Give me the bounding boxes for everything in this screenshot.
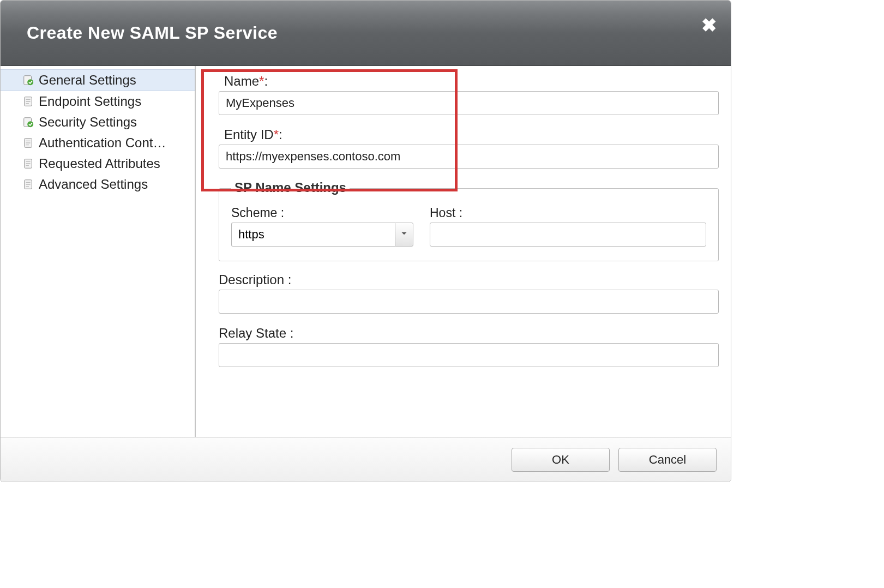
scroll-icon xyxy=(22,178,34,190)
host-input[interactable] xyxy=(430,223,706,247)
description-input[interactable] xyxy=(219,290,719,314)
scroll-icon xyxy=(22,137,34,149)
sidebar-item-0[interactable]: General Settings xyxy=(1,69,195,91)
scroll-icon xyxy=(22,95,34,107)
sidebar-item-2[interactable]: Security Settings xyxy=(1,112,195,133)
scheme-select[interactable] xyxy=(231,223,413,247)
description-label: Description : xyxy=(208,272,719,287)
dialog-title: Create New SAML SP Service xyxy=(27,23,278,43)
sidebar-item-3[interactable]: Authentication Cont… xyxy=(1,133,195,153)
sidebar-item-4[interactable]: Requested Attributes xyxy=(1,153,195,174)
sp-row: Scheme : Host : xyxy=(231,206,706,247)
sidebar-item-label: Requested Attributes xyxy=(39,156,160,171)
sidebar: General SettingsEndpoint SettingsSecurit… xyxy=(1,66,196,437)
required-asterisk: * xyxy=(274,127,279,142)
description-field-group: Description : xyxy=(208,272,719,314)
sidebar-item-label: Security Settings xyxy=(39,115,137,130)
sidebar-item-5[interactable]: Advanced Settings xyxy=(1,174,195,195)
dialog-footer: OK Cancel xyxy=(1,437,731,482)
chevron-down-icon xyxy=(400,230,408,239)
name-label-text: Name xyxy=(224,74,259,88)
cancel-button[interactable]: Cancel xyxy=(618,448,717,472)
entity-id-field-group: Entity ID*: xyxy=(208,127,719,169)
close-icon: ✖ xyxy=(701,15,717,35)
entity-id-label: Entity ID*: xyxy=(208,127,719,142)
scheme-label: Scheme : xyxy=(231,206,413,220)
entity-id-input[interactable] xyxy=(219,145,719,169)
dialog: Create New SAML SP Service ✖ General Set… xyxy=(0,0,731,482)
name-field-group: Name*: xyxy=(208,74,719,115)
name-input[interactable] xyxy=(219,91,719,115)
scheme-col: Scheme : xyxy=(231,206,413,247)
scheme-dropdown-button[interactable] xyxy=(395,223,413,247)
svg-point-1 xyxy=(27,79,33,85)
sidebar-item-label: General Settings xyxy=(39,73,136,88)
scroll-check-icon xyxy=(22,74,34,86)
relay-state-input[interactable] xyxy=(219,343,719,367)
sidebar-item-label: Authentication Cont… xyxy=(39,135,166,151)
scroll-check-icon xyxy=(22,116,34,128)
svg-point-4 xyxy=(27,121,33,127)
sidebar-item-label: Endpoint Settings xyxy=(39,94,141,109)
dialog-body: General SettingsEndpoint SettingsSecurit… xyxy=(1,66,731,437)
ok-button[interactable]: OK xyxy=(512,448,610,472)
sp-name-settings-legend: SP Name Settings xyxy=(231,180,350,195)
close-button[interactable]: ✖ xyxy=(701,16,717,34)
relay-state-field-group: Relay State : xyxy=(208,326,719,367)
dialog-header: Create New SAML SP Service ✖ xyxy=(1,1,731,66)
name-label: Name*: xyxy=(208,74,719,89)
required-asterisk: * xyxy=(259,74,264,88)
sidebar-item-1[interactable]: Endpoint Settings xyxy=(1,91,195,112)
host-label: Host : xyxy=(430,206,706,220)
host-col: Host : xyxy=(430,206,706,247)
scroll-icon xyxy=(22,158,34,170)
sp-name-settings-fieldset: SP Name Settings Scheme : xyxy=(219,181,719,261)
relay-state-label: Relay State : xyxy=(208,326,719,341)
entity-id-label-text: Entity ID xyxy=(224,127,274,142)
sidebar-item-label: Advanced Settings xyxy=(39,177,148,192)
scheme-value[interactable] xyxy=(231,223,395,247)
main-panel: Name*: Entity ID*: SP Name Settings Sche… xyxy=(196,66,731,437)
